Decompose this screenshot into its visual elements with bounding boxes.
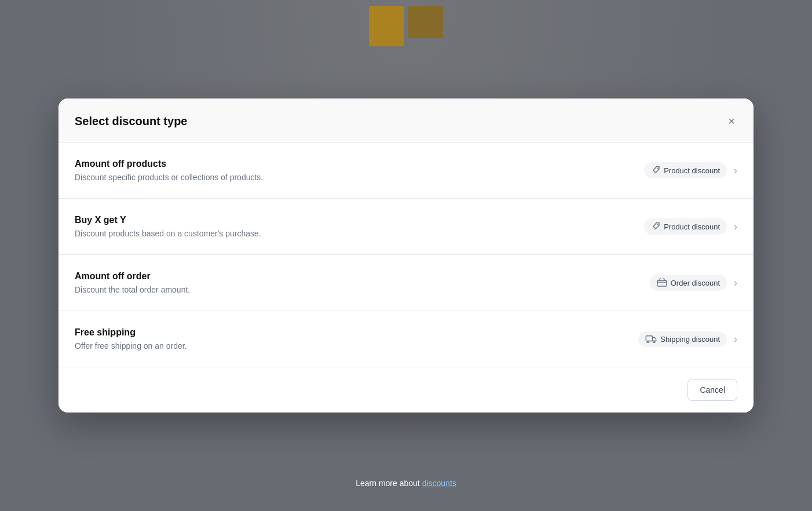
close-button[interactable]: × xyxy=(726,112,737,130)
option-amount-off-order[interactable]: Amount off order Discount the total orde… xyxy=(58,255,754,311)
select-discount-type-modal: Select discount type × Amount off produc… xyxy=(58,98,754,413)
svg-rect-2 xyxy=(657,280,667,286)
chevron-right-icon-3: › xyxy=(734,277,737,289)
option-desc-buy-x-get-y: Discount products based on a customer's … xyxy=(75,229,626,238)
chevron-right-icon-4: › xyxy=(734,333,737,345)
option-free-shipping[interactable]: Free shipping Offer free shipping on an … xyxy=(58,311,754,367)
option-title-free-shipping: Free shipping xyxy=(75,327,620,338)
modal-title: Select discount type xyxy=(75,115,188,128)
option-buy-x-get-y[interactable]: Buy X get Y Discount products based on a… xyxy=(58,199,754,255)
option-right-amount-off-products: Product discount › xyxy=(644,162,737,178)
chevron-right-icon-1: › xyxy=(734,165,737,177)
cart-icon xyxy=(657,278,667,287)
background-decoration xyxy=(369,6,443,46)
option-desc-free-shipping: Offer free shipping on an order. xyxy=(75,341,620,351)
badge-order-discount: Order discount xyxy=(650,275,727,291)
option-title-buy-x-get-y: Buy X get Y xyxy=(75,215,626,225)
badge-shipping-discount: Shipping discount xyxy=(638,331,727,347)
option-right-amount-off-order: Order discount › xyxy=(650,275,737,291)
bg-shape-2 xyxy=(408,6,443,38)
bg-shape-1 xyxy=(369,6,404,46)
modal-footer: Cancel xyxy=(58,367,754,413)
option-content-amount-off-products: Amount off products Discount specific pr… xyxy=(75,159,626,182)
svg-point-1 xyxy=(657,224,659,225)
option-content-free-shipping: Free shipping Offer free shipping on an … xyxy=(75,327,620,351)
svg-rect-3 xyxy=(646,336,653,341)
option-desc-amount-off-products: Discount specific products or collection… xyxy=(75,173,626,182)
svg-point-0 xyxy=(657,168,659,169)
discounts-link[interactable]: discounts xyxy=(422,479,456,488)
cancel-button[interactable]: Cancel xyxy=(687,379,737,401)
option-title-amount-off-order: Amount off order xyxy=(75,271,631,282)
svg-point-5 xyxy=(653,341,656,344)
option-content-amount-off-order: Amount off order Discount the total orde… xyxy=(75,271,631,294)
truck-icon xyxy=(645,335,657,343)
background-link: Learn more about discounts xyxy=(356,479,456,488)
tag-icon-2 xyxy=(651,222,660,231)
option-right-free-shipping: Shipping discount › xyxy=(638,331,737,347)
chevron-right-icon-2: › xyxy=(734,221,737,233)
option-desc-amount-off-order: Discount the total order amount. xyxy=(75,285,631,294)
option-amount-off-products[interactable]: Amount off products Discount specific pr… xyxy=(58,143,754,199)
option-title-amount-off-products: Amount off products xyxy=(75,159,626,169)
tag-icon-1 xyxy=(651,166,660,175)
badge-product-discount-1: Product discount xyxy=(644,162,727,178)
option-right-buy-x-get-y: Product discount › xyxy=(644,218,737,235)
option-content-buy-x-get-y: Buy X get Y Discount products based on a… xyxy=(75,215,626,238)
modal-header: Select discount type × xyxy=(58,98,754,143)
svg-point-4 xyxy=(647,341,649,344)
badge-product-discount-2: Product discount xyxy=(644,218,727,235)
